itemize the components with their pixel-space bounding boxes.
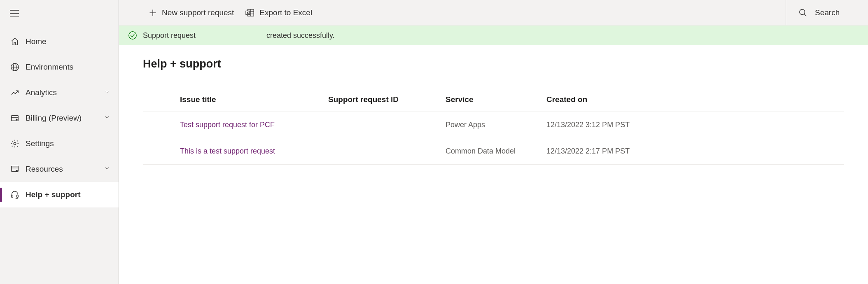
plus-icon (149, 9, 157, 17)
check-circle-icon (128, 31, 137, 40)
sidebar-item-resources[interactable]: Resources (0, 156, 119, 182)
sidebar-item-help-support[interactable]: Help + support (0, 182, 119, 207)
sidebar: Home Environments Analytics Billing (Pre… (0, 0, 119, 284)
cell-issue-title-link[interactable]: This is a test support request (180, 147, 328, 156)
notification-label: Support request (143, 31, 266, 40)
hamburger-menu-button[interactable] (0, 7, 119, 29)
table-row[interactable]: Test support request for PCF Power Apps … (143, 112, 844, 138)
table-row[interactable]: This is a test support request Common Da… (143, 138, 844, 165)
button-label: Export to Excel (259, 8, 312, 17)
billing-icon (10, 113, 20, 123)
support-requests-table: Issue title Support request ID Service C… (143, 95, 844, 165)
column-header-service[interactable]: Service (446, 95, 546, 104)
nav-label: Analytics (26, 88, 104, 97)
globe-icon (10, 62, 20, 72)
cell-service: Common Data Model (446, 147, 546, 156)
gear-icon (10, 139, 20, 149)
nav-label: Help + support (26, 190, 110, 199)
excel-icon (245, 9, 254, 17)
search-button[interactable]: Search (786, 0, 868, 25)
column-header-request-id[interactable]: Support request ID (328, 95, 446, 104)
notification-message: created successfully. (266, 31, 335, 40)
nav-label: Home (26, 37, 110, 46)
content-area: Help + support Issue title Support reque… (119, 45, 868, 284)
svg-point-9 (14, 142, 16, 145)
cell-created-on: 12/13/2022 2:17 PM PST (546, 147, 844, 156)
chevron-down-icon (104, 88, 110, 97)
cell-issue-title-link[interactable]: Test support request for PCF (180, 121, 328, 129)
chevron-down-icon (104, 165, 110, 173)
cell-created-on: 12/13/2022 3:12 PM PST (546, 121, 844, 129)
export-to-excel-button[interactable]: Export to Excel (240, 0, 318, 25)
hamburger-icon (10, 10, 19, 17)
nav-label: Billing (Preview) (26, 114, 104, 123)
svg-point-12 (16, 170, 18, 172)
headset-icon (10, 190, 20, 200)
button-label: New support request (162, 8, 234, 17)
svg-point-24 (129, 32, 136, 39)
sidebar-item-environments[interactable]: Environments (0, 54, 119, 80)
sidebar-item-settings[interactable]: Settings (0, 131, 119, 156)
sidebar-item-billing[interactable]: Billing (Preview) (0, 105, 119, 131)
column-header-issue-title[interactable]: Issue title (180, 95, 328, 104)
main-content: New support request Export to Excel Sear… (119, 0, 868, 284)
svg-rect-14 (17, 195, 19, 198)
sidebar-item-analytics[interactable]: Analytics (0, 80, 119, 105)
success-notification: Support request created successfully. (119, 26, 868, 45)
chevron-down-icon (104, 114, 110, 122)
column-header-created-on[interactable]: Created on (546, 95, 844, 104)
nav-label: Resources (26, 165, 104, 174)
table-header-row: Issue title Support request ID Service C… (143, 95, 844, 112)
resources-icon (10, 164, 20, 174)
toolbar: New support request Export to Excel Sear… (119, 0, 868, 26)
search-label: Search (815, 8, 840, 17)
nav-label: Settings (26, 139, 110, 148)
chart-icon (10, 88, 20, 98)
sidebar-item-home[interactable]: Home (0, 29, 119, 54)
page-title: Help + support (143, 58, 868, 70)
search-icon (798, 8, 807, 17)
svg-line-23 (804, 14, 807, 16)
svg-point-22 (800, 9, 805, 14)
nav-label: Environments (26, 63, 110, 72)
new-support-request-button[interactable]: New support request (143, 0, 240, 25)
svg-rect-13 (12, 195, 13, 198)
cell-service: Power Apps (446, 121, 546, 129)
nav-list: Home Environments Analytics Billing (Pre… (0, 29, 119, 207)
svg-point-8 (16, 119, 17, 120)
home-icon (10, 37, 20, 47)
